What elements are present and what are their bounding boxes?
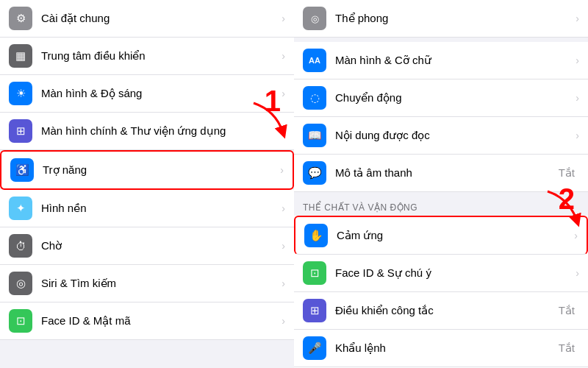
settings-item-cai-dat-chung[interactable]: ⚙ Cài đặt chung ›	[0, 0, 294, 38]
chevron-icon-the-phong: ›	[576, 13, 579, 24]
settings-item-trung-tam-dieu-khien[interactable]: ▦ Trung tâm điều khiển ›	[0, 38, 294, 75]
chevron-icon-trung-tam-dieu-khien: ›	[282, 50, 285, 62]
chevron-icon-cho: ›	[282, 240, 285, 252]
item-label-hinh-nen: Hình nền	[41, 201, 282, 216]
settings-item-cho[interactable]: ⏱ Chờ ›	[0, 227, 294, 265]
settings-item-tro-nang[interactable]: ♿ Trợ năng ›	[0, 150, 294, 190]
item-label-cho: Chờ	[41, 238, 282, 253]
item-label-mo-ta-am-thanh: Mô tả âm thanh	[335, 166, 559, 180]
settings-item-chuyen-dong[interactable]: ◌ Chuyển động ›	[294, 79, 588, 117]
chevron-icon-cam-ung: ›	[574, 230, 578, 241]
chevron-icon-man-hinh-chinh: ›	[282, 125, 285, 137]
settings-item-man-hinh-chinh[interactable]: ⊞ Màn hình chính & Thư viện ứng dụng ›	[0, 113, 294, 150]
item-value-dieu-khien-cong-tac: Tắt	[559, 304, 575, 317]
item-label-trung-tam-dieu-khien: Trung tâm điều khiển	[41, 49, 282, 63]
item-label-noi-dung-duoc-doc: Nội dung được đọc	[335, 128, 576, 143]
item-label-face-id-su-chu-y: Face ID & Sự chú ý	[335, 266, 576, 280]
item-label-man-hinh-do-sang: Màn hình & Độ sáng	[41, 86, 282, 101]
section-header-the-chat: THỂ CHẤT VÀ VẬN ĐỘNG	[294, 197, 588, 216]
chevron-icon-face-id-mat-ma: ›	[282, 315, 285, 327]
item-label-the-phong: Thể phong	[335, 11, 576, 26]
chevron-icon-tro-nang: ›	[280, 164, 284, 176]
chevron-icon-man-hinh-co-chu: ›	[576, 54, 579, 66]
settings-item-siri[interactable]: ◎ Siri & Tìm kiếm ›	[0, 265, 294, 302]
item-label-man-hinh-chinh: Màn hình chính & Thư viện ứng dụng	[41, 124, 282, 138]
settings-item-noi-dung-duoc-doc[interactable]: 📖 Nội dung được đọc ›	[294, 117, 588, 155]
settings-item-man-hinh-do-sang[interactable]: ☀ Màn hình & Độ sáng ›	[0, 75, 294, 113]
chevron-icon-hinh-nen: ›	[282, 202, 285, 214]
settings-item-cam-ung[interactable]: ✋ Cảm ứng ›	[294, 216, 588, 255]
settings-item-khau-lenh[interactable]: 🎤 Khẩu lệnh Tắt	[294, 330, 588, 367]
settings-item-hinh-nen[interactable]: ✦ Hình nền ›	[0, 190, 294, 227]
item-label-face-id-mat-ma: Face ID & Mật mã	[41, 314, 282, 328]
item-label-tro-nang: Trợ năng	[43, 163, 280, 177]
item-label-siri: Siri & Tìm kiếm	[41, 276, 282, 291]
settings-item-mo-ta-am-thanh[interactable]: 💬 Mô tả âm thanh Tắt	[294, 155, 588, 192]
settings-item-face-id-su-chu-y[interactable]: ⊡ Face ID & Sự chú ý ›	[294, 255, 588, 292]
item-value-mo-ta-am-thanh: Tắt	[559, 166, 575, 180]
settings-item-dieu-khien-cong-tac[interactable]: ⊞ Điều khiển công tắc Tắt	[294, 292, 588, 330]
item-label-man-hinh-co-chu: Màn hình & Cỡ chữ	[335, 53, 576, 68]
item-label-dieu-khien-cong-tac: Điều khiển công tắc	[335, 303, 559, 318]
item-label-cam-ung: Cảm ứng	[337, 228, 574, 243]
item-label-chuyen-dong: Chuyển động	[335, 91, 576, 105]
chevron-icon-cai-dat-chung: ›	[282, 13, 285, 24]
chevron-icon-man-hinh-do-sang: ›	[282, 88, 285, 99]
settings-item-face-id-mat-ma[interactable]: ⊡ Face ID & Mật mã ›	[0, 302, 294, 340]
settings-item-top-partial[interactable]: ◎ Thể phong ›	[294, 0, 588, 38]
item-value-khau-lenh: Tắt	[559, 342, 575, 355]
chevron-icon-chuyen-dong: ›	[576, 92, 579, 104]
item-label-khau-lenh: Khẩu lệnh	[335, 341, 559, 355]
chevron-icon-siri: ›	[282, 277, 285, 289]
chevron-icon-noi-dung-duoc-doc: ›	[576, 130, 579, 141]
chevron-icon-face-id-su-chu-y: ›	[576, 267, 579, 279]
settings-item-man-hinh-co-chu[interactable]: AA Màn hình & Cỡ chữ ›	[294, 42, 588, 79]
item-label-cai-dat-chung: Cài đặt chung	[41, 11, 282, 26]
